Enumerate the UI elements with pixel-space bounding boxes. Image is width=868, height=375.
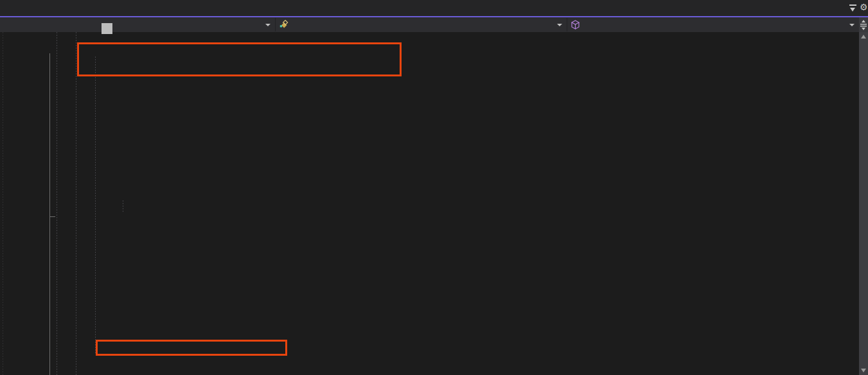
split-editor-handle[interactable] (859, 17, 868, 32)
chevron-down-icon (849, 24, 855, 26)
scroll-down-icon[interactable] (861, 369, 866, 372)
method-icon (571, 20, 580, 30)
vs-editor-window: ⚙ (0, 0, 868, 375)
indent-guide (76, 32, 76, 375)
indent-guide (123, 200, 123, 212)
splitter-icon (859, 17, 868, 32)
annotation-box-sendsproto (96, 340, 287, 356)
tab-overflow-icon[interactable] (849, 4, 857, 12)
project-dropdown[interactable] (0, 17, 275, 32)
member-dropdown[interactable] (568, 17, 859, 32)
class-icon (279, 20, 288, 30)
chevron-down-icon (265, 24, 270, 26)
type-dropdown[interactable] (276, 17, 567, 32)
margin-guide (3, 32, 3, 375)
vertical-scrollbar[interactable] (859, 32, 868, 375)
indent-guide (95, 57, 96, 354)
chevron-down-icon (557, 24, 562, 26)
gear-icon[interactable]: ⚙ (860, 2, 868, 12)
document-tabbar: ⚙ (0, 0, 868, 16)
outline-margin-line (49, 53, 50, 375)
divider (275, 18, 276, 31)
count-badge (102, 23, 112, 34)
navigation-bar (0, 17, 868, 32)
indent-guide (57, 32, 57, 375)
code-editor[interactable] (0, 32, 859, 375)
outline-end-tick (49, 216, 55, 217)
divider (567, 18, 567, 31)
scroll-up-icon[interactable] (861, 35, 866, 39)
annotation-box-loginrole (77, 42, 402, 76)
